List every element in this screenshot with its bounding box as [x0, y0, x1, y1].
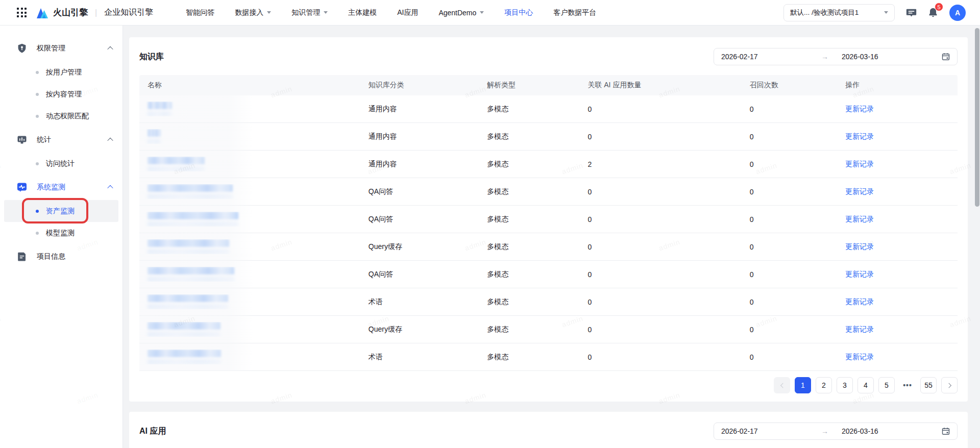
update-records-link[interactable]: 更新记录: [845, 353, 874, 361]
update-records-link[interactable]: 更新记录: [845, 297, 874, 306]
sidebar-section-label: 统计: [37, 135, 51, 144]
page-button-5[interactable]: 5: [878, 377, 895, 393]
cell-linked-apps: 0: [579, 133, 741, 141]
project-selector[interactable]: 默认... /验收测试项目1: [783, 4, 895, 21]
knowledge-base-table: 名称 知识库分类 解析类型 关联 AI 应用数量 召回次数 操作 通用内容 多模…: [139, 75, 958, 371]
col-actions: 操作: [837, 81, 958, 90]
kb-date-range-picker[interactable]: 2026-02-17 → 2026-03-16: [714, 48, 958, 65]
chevron-right-icon: [946, 383, 951, 388]
update-records-link[interactable]: 更新记录: [845, 132, 874, 140]
update-records-link[interactable]: 更新记录: [845, 187, 874, 195]
update-records-link[interactable]: 更新记录: [845, 160, 874, 168]
sidebar-section-project-info[interactable]: 项目信息: [0, 244, 122, 269]
cell-recalls: 0: [742, 215, 838, 223]
chevron-down-icon: [884, 11, 888, 14]
message-button[interactable]: [906, 7, 917, 18]
table-row: QA问答 多模态 0 0 更新记录: [139, 178, 958, 206]
message-icon: [906, 7, 917, 18]
cell-linked-apps: 0: [579, 270, 741, 279]
ai-date-range-picker[interactable]: 2026-02-17 → 2026-03-16: [714, 422, 958, 440]
sidebar-item-user-mgmt[interactable]: 按用户管理: [0, 61, 122, 83]
document-icon: [17, 252, 27, 262]
bar-chart-icon: [17, 135, 27, 145]
page-button-1[interactable]: 1: [795, 377, 811, 393]
nav-item-qa[interactable]: 智能问答: [186, 8, 214, 17]
topbar-divider: |: [95, 8, 97, 17]
cell-linked-apps: 0: [579, 326, 741, 334]
cell-recalls: 0: [742, 298, 838, 306]
nav-item-ai-app[interactable]: AI应用: [397, 8, 418, 17]
cell-category: 通用内容: [360, 160, 479, 169]
nav-item-project-center[interactable]: 项目中心: [504, 8, 533, 17]
nav-item-entity-modeling[interactable]: 主体建模: [348, 8, 377, 17]
update-records-link[interactable]: 更新记录: [845, 105, 874, 113]
table-row: 通用内容 多模态 0 0 更新记录: [139, 123, 958, 151]
sidebar-item-content-mgmt[interactable]: 按内容管理: [0, 83, 122, 105]
avatar[interactable]: A: [949, 5, 966, 21]
notifications-button[interactable]: 5: [928, 7, 938, 18]
pagination-ellipsis[interactable]: •••: [899, 377, 916, 393]
nav-item-knowledge-mgmt[interactable]: 知识管理: [291, 8, 328, 17]
cell-parse-type: 多模态: [479, 353, 579, 362]
cell-category: Query缓存: [360, 325, 479, 334]
cell-recalls: 0: [742, 243, 838, 251]
next-page-button[interactable]: [941, 377, 958, 393]
nav-item-data-access[interactable]: 数据接入: [235, 8, 271, 17]
update-records-link[interactable]: 更新记录: [845, 270, 874, 278]
col-name: 名称: [139, 81, 360, 90]
page-button-55[interactable]: 55: [920, 377, 937, 393]
redacted-name: [148, 322, 360, 337]
vertical-scrollbar[interactable]: [975, 28, 979, 207]
update-records-link[interactable]: 更新记录: [845, 215, 874, 223]
redacted-name: [148, 129, 360, 144]
project-selector-value: 默认... /验收测试项目1: [790, 8, 859, 17]
sidebar-item-visit-stats[interactable]: 访问统计: [0, 153, 122, 175]
sidebar-section-label: 项目信息: [37, 252, 65, 261]
cell-parse-type: 多模态: [479, 270, 579, 279]
date-to-value[interactable]: 2026-03-16: [842, 427, 942, 435]
redacted-name: [148, 212, 360, 227]
chevron-left-icon: [780, 383, 785, 388]
sidebar-section-permission[interactable]: 权限管理: [0, 36, 122, 61]
cell-linked-apps: 0: [579, 105, 741, 113]
cell-recalls: 0: [742, 188, 838, 196]
pulse-icon: [17, 182, 27, 192]
cell-parse-type: 多模态: [479, 215, 579, 224]
table-row: QA问答 多模态 0 0 更新记录: [139, 206, 958, 233]
cell-linked-apps: 2: [579, 160, 741, 168]
page-button-4[interactable]: 4: [857, 377, 874, 393]
table-header-row: 名称 知识库分类 解析类型 关联 AI 应用数量 召回次数 操作: [139, 75, 958, 95]
update-records-link[interactable]: 更新记录: [845, 242, 874, 251]
nav-item-customer-data-platform[interactable]: 客户数据平台: [553, 8, 596, 17]
volcengine-logo: 火山引擎: [36, 6, 88, 19]
kb-card-title: 知识库: [139, 52, 164, 62]
date-from-value[interactable]: 2026-02-17: [721, 427, 821, 435]
sidebar-item-asset-monitor[interactable]: 资产监测: [4, 200, 118, 222]
cell-category: 术语: [360, 353, 479, 362]
cell-category: QA问答: [360, 187, 479, 196]
cell-category: QA问答: [360, 270, 479, 279]
table-row: 通用内容 多模态 2 0 更新记录: [139, 151, 958, 178]
redacted-name: [148, 267, 360, 282]
cell-category: 术语: [360, 297, 479, 307]
sidebar-item-dynamic-permission[interactable]: 动态权限匹配: [0, 105, 122, 127]
page-button-3[interactable]: 3: [837, 377, 853, 393]
cell-category: 通用内容: [360, 132, 479, 141]
sidebar-item-model-monitor[interactable]: 模型监测: [0, 222, 122, 244]
update-records-link[interactable]: 更新记录: [845, 325, 874, 333]
cell-parse-type: 多模态: [479, 325, 579, 334]
sidebar-section-stats[interactable]: 统计: [0, 127, 122, 153]
topbar-right: 默认... /验收测试项目1 5 A: [783, 4, 966, 21]
nav-item-agent-demo[interactable]: AgentDemo: [438, 9, 484, 17]
calendar-icon: [942, 53, 950, 61]
redacted-name: [148, 157, 360, 171]
product-name: 企业知识引擎: [104, 7, 153, 18]
sidebar-section-system-monitor[interactable]: 系统监测: [0, 175, 122, 200]
apps-grid-icon[interactable]: [17, 8, 27, 17]
redacted-name: [148, 294, 360, 309]
mountain-logo-icon: [36, 6, 49, 19]
date-from-value[interactable]: 2026-02-17: [721, 53, 821, 61]
table-row: Query缓存 多模态 0 0 更新记录: [139, 233, 958, 261]
date-to-value[interactable]: 2026-03-16: [842, 53, 942, 61]
page-button-2[interactable]: 2: [816, 377, 832, 393]
